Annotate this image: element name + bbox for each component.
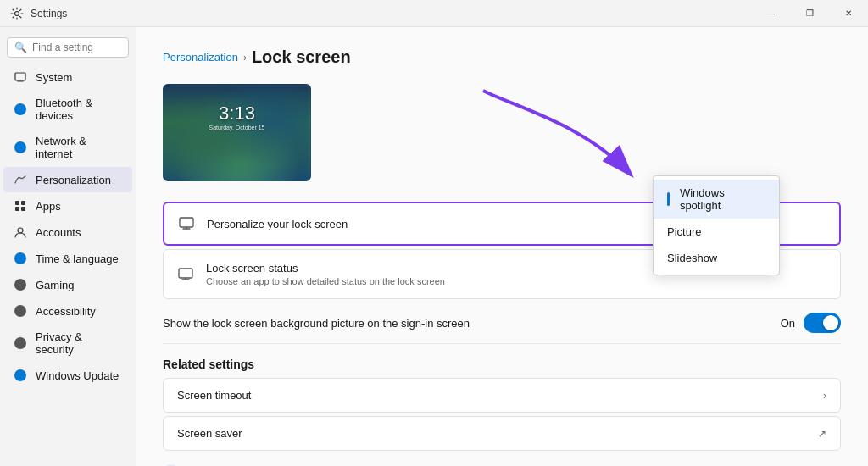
- dropdown-item-picture[interactable]: Picture: [654, 219, 779, 245]
- sidebar-item-personalization[interactable]: Personalization: [3, 167, 132, 192]
- lock-screen-preview: 3:13 Saturday, October 15: [163, 84, 311, 181]
- app-layout: 🔍 System Bluetooth & devices Network & i…: [0, 27, 868, 466]
- svg-point-6: [18, 228, 23, 233]
- sidebar-label-apps: Apps: [36, 200, 61, 213]
- restore-button[interactable]: ❐: [790, 0, 829, 27]
- titlebar: Settings — ❐ ✕: [0, 0, 868, 27]
- dropdown-label-slideshow: Slideshow: [667, 252, 717, 264]
- toggle-thumb: [823, 315, 838, 330]
- search-input[interactable]: [32, 42, 121, 53]
- bluetooth-icon: [14, 103, 27, 116]
- system-icon: [14, 70, 27, 84]
- sidebar-label-personalization: Personalization: [36, 174, 111, 186]
- signin-state-label: On: [781, 317, 795, 330]
- dropdown-label-spotlight: Windows spotlight: [680, 186, 765, 212]
- svg-rect-1: [15, 73, 25, 80]
- svg-rect-2: [15, 201, 19, 205]
- titlebar-controls: — ❐ ✕: [751, 0, 868, 27]
- preview-background: [163, 84, 311, 181]
- sidebar-label-update: Windows Update: [36, 369, 119, 382]
- settings-icon: [10, 7, 24, 20]
- arrow-indicator: [466, 74, 653, 192]
- chevron-right-icon: ›: [823, 390, 826, 402]
- sidebar-item-time[interactable]: Time & language: [3, 246, 132, 271]
- selected-indicator: [667, 192, 670, 206]
- related-heading: Related settings: [163, 358, 841, 371]
- search-box[interactable]: 🔍: [7, 37, 129, 58]
- dropdown-item-spotlight[interactable]: Windows spotlight: [654, 180, 779, 219]
- dropdown-label-picture: Picture: [667, 225, 701, 238]
- screen-timeout-label: Screen timeout: [177, 389, 251, 402]
- svg-rect-8: [180, 218, 193, 227]
- privacy-icon: [14, 336, 27, 350]
- accessibility-icon: [14, 304, 27, 318]
- monitor-icon: [178, 215, 195, 232]
- signin-text: Show the lock screen background picture …: [163, 317, 470, 330]
- svg-rect-9: [179, 269, 192, 278]
- update-icon: [14, 369, 27, 382]
- minimize-button[interactable]: —: [751, 0, 790, 27]
- sidebar-item-gaming[interactable]: Gaming: [3, 272, 132, 297]
- status-monitor-icon: [177, 266, 194, 283]
- personalization-icon: [14, 173, 27, 186]
- svg-rect-5: [21, 207, 25, 211]
- preview-time: 3:13: [219, 103, 255, 125]
- search-icon: 🔍: [14, 42, 27, 53]
- accounts-icon: [14, 225, 27, 239]
- titlebar-left: Settings: [10, 7, 67, 20]
- svg-rect-3: [21, 201, 25, 205]
- gaming-icon: [14, 278, 27, 291]
- preview-date: Saturday, October 15: [209, 125, 264, 130]
- signin-toggle[interactable]: [804, 313, 841, 333]
- dropdown-item-slideshow[interactable]: Slideshow: [654, 245, 779, 271]
- sidebar-label-network: Network & internet: [36, 135, 122, 160]
- breadcrumb-current: Lock screen: [252, 47, 351, 67]
- breadcrumb: Personalization › Lock screen: [163, 47, 841, 67]
- sidebar: 🔍 System Bluetooth & devices Network & i…: [0, 27, 136, 466]
- sidebar-label-system: System: [36, 71, 72, 84]
- sidebar-label-accessibility: Accessibility: [36, 305, 96, 318]
- sidebar-label-time: Time & language: [36, 252, 119, 265]
- sidebar-item-privacy[interactable]: Privacy & security: [3, 325, 132, 362]
- main-content: Personalization › Lock screen 3:13 Satur…: [136, 27, 868, 466]
- signin-right: On: [781, 313, 841, 333]
- breadcrumb-separator: ›: [243, 52, 247, 64]
- lock-status-desc: Choose an app to show detailed status on…: [206, 276, 826, 286]
- sidebar-item-update[interactable]: Windows Update: [3, 363, 132, 388]
- titlebar-title: Settings: [31, 8, 67, 19]
- sidebar-item-apps[interactable]: Apps: [3, 193, 132, 219]
- screen-saver-row[interactable]: Screen saver ↗: [163, 416, 841, 451]
- sidebar-item-bluetooth[interactable]: Bluetooth & devices: [3, 91, 132, 128]
- sidebar-label-bluetooth: Bluetooth & devices: [36, 97, 122, 122]
- sidebar-item-network[interactable]: Network & internet: [3, 129, 132, 166]
- apps-icon: [14, 199, 27, 213]
- breadcrumb-parent[interactable]: Personalization: [163, 51, 238, 64]
- screen-timeout-row[interactable]: Screen timeout ›: [163, 378, 841, 413]
- network-icon: [14, 141, 27, 154]
- signin-row: Show the lock screen background picture …: [163, 302, 841, 344]
- sidebar-item-accounts[interactable]: Accounts: [3, 219, 132, 245]
- time-icon: [14, 252, 27, 265]
- screen-saver-label: Screen saver: [177, 427, 242, 440]
- sidebar-label-privacy: Privacy & security: [36, 330, 122, 356]
- sidebar-label-accounts: Accounts: [36, 226, 81, 239]
- external-link-icon: ↗: [818, 428, 826, 440]
- sidebar-item-accessibility[interactable]: Accessibility: [3, 298, 132, 324]
- svg-rect-4: [15, 207, 19, 211]
- svg-point-0: [15, 11, 19, 15]
- sidebar-label-gaming: Gaming: [36, 279, 75, 291]
- sidebar-item-system[interactable]: System: [3, 64, 132, 90]
- close-button[interactable]: ✕: [829, 0, 868, 27]
- dropdown-menu: Windows spotlight Picture Slideshow: [653, 175, 780, 275]
